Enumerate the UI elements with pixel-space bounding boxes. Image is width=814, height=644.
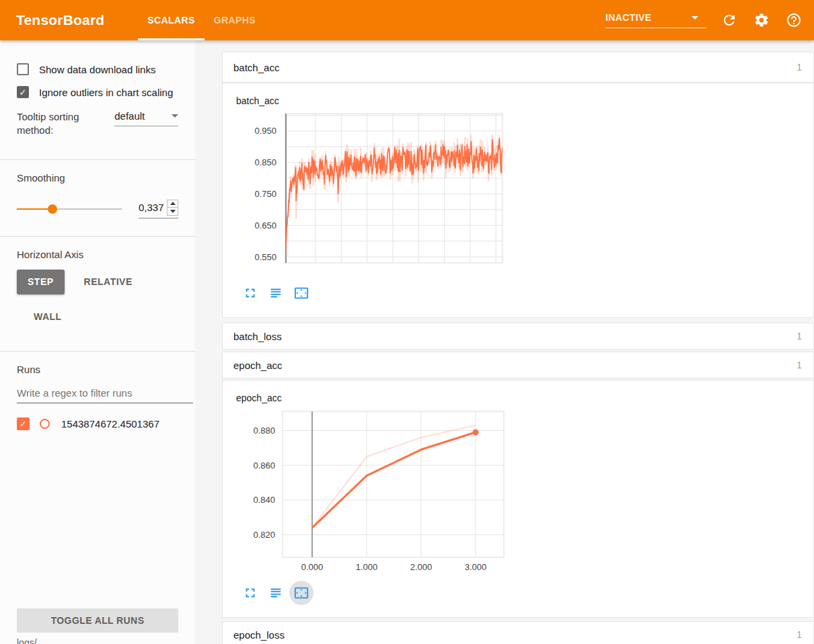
axis-relative-button[interactable]: RELATIVE [73,270,143,294]
svg-text:0.750: 0.750 [254,189,276,199]
svg-text:0.950: 0.950 [254,126,276,136]
smoothing-section: Smoothing [0,160,195,237]
chart-title-batch-acc: batch_acc [236,95,800,106]
toggle-all-runs-button[interactable]: TOGGLE ALL RUNS [17,608,178,633]
runs-group-label: logs/ [17,637,37,644]
ignore-outliers-checkbox[interactable] [17,86,29,98]
section-title: epoch_acc [233,360,283,371]
section-title: epoch_loss [233,629,285,641]
epoch-acc-chart[interactable]: 0.8200.8400.8600.8800.0001.0002.0003.000 [236,407,525,577]
toggle-runs-list-icon[interactable] [268,286,283,300]
horizontal-axis-label: Horizontal Axis [17,249,178,260]
smoothing-label: Smoothing [17,172,178,184]
tooltip-sorting-value: default [114,110,145,122]
tab-bar: SCALARS GRAPHS [138,0,265,40]
general-settings-section: Show data download links Ignore outliers… [0,40,195,160]
chart-title-epoch-acc: epoch_acc [236,393,800,403]
smoothing-value-input[interactable] [139,202,167,213]
svg-text:0.850: 0.850 [254,157,276,167]
tab-graphs-label: GRAPHS [214,15,256,26]
ignore-outliers-label: Ignore outliers in chart scaling [39,87,173,98]
section-bar-batch-acc[interactable]: batch_acc 1 [222,52,814,83]
fit-domain-icon[interactable] [294,286,309,300]
epoch-acc-card: epoch_acc 0.8200.8400.8600.8800.0001.000… [222,380,814,618]
fit-domain-icon-active-bg [289,581,313,605]
svg-text:0.820: 0.820 [253,530,275,540]
tab-scalars-label: SCALARS [147,15,194,26]
tab-graphs[interactable]: GRAPHS [205,0,265,40]
runs-filter-input[interactable] [17,385,193,403]
svg-text:3.000: 3.000 [465,562,487,572]
smoothing-slider-thumb[interactable] [48,204,57,214]
fullscreen-icon[interactable] [243,286,258,300]
section-bar-epoch-loss[interactable]: epoch_loss 1 [222,621,814,644]
stepper-up-icon[interactable] [168,200,178,208]
run-checkbox[interactable] [17,417,30,430]
sidebar: Show data download links Ignore outliers… [0,40,195,644]
section-count-badge: 1 [797,629,802,640]
ignore-outliers-row[interactable]: Ignore outliers in chart scaling [17,86,178,98]
chevron-down-icon [692,16,698,19]
toggle-runs-list-icon[interactable] [268,586,283,600]
tooltip-sorting-label: Tooltip sorting method: [17,110,89,138]
axis-step-button[interactable]: STEP [17,270,65,294]
runs-section: Runs 1543874672.4501367 [0,352,195,430]
batch-acc-chart[interactable]: 0.5500.6500.7500.8500.950 [236,110,525,272]
axis-wall-button[interactable]: WALL [34,305,62,329]
smoothing-slider[interactable] [17,204,122,214]
smoothing-value-box [139,200,178,218]
settings-icon[interactable] [753,12,770,28]
status-dropdown-value: INACTIVE [605,12,652,23]
section-count-badge: 1 [797,62,802,73]
chart-actions [236,281,800,305]
svg-text:1.000: 1.000 [356,562,378,572]
svg-text:0.880: 0.880 [253,426,275,436]
show-download-links-label: Show data download links [39,64,155,75]
refresh-icon[interactable] [721,12,737,28]
run-row[interactable]: 1543874672.4501367 [17,417,178,430]
show-download-links-checkbox[interactable] [17,63,29,75]
stepper-down-icon[interactable] [168,208,178,215]
app-header: TensorBoard SCALARS GRAPHS INACTIVE [0,0,814,40]
help-icon[interactable] [786,12,802,28]
fullscreen-icon[interactable] [243,586,258,600]
section-bar-epoch-acc[interactable]: epoch_acc 1 [222,352,814,378]
svg-text:0.860: 0.860 [253,460,275,471]
section-title: batch_acc [233,62,279,73]
section-bar-batch-loss[interactable]: batch_loss 1 [222,323,814,350]
batch-acc-card: batch_acc 0.5500.6500.7500.8500.950 [222,83,814,318]
tooltip-sorting-dropdown[interactable]: default [114,110,178,126]
tab-scalars[interactable]: SCALARS [138,0,204,40]
section-count-badge: 1 [797,360,802,370]
main-content: batch_acc 1 batch_acc 0.5500.6500.7500.8… [195,40,814,644]
run-color-circle-icon[interactable] [40,419,50,429]
runs-label: Runs [17,364,178,375]
section-title: batch_loss [233,331,282,342]
svg-text:0.000: 0.000 [301,562,324,572]
svg-text:0.650: 0.650 [254,220,276,231]
svg-text:0.840: 0.840 [253,495,275,505]
smoothing-stepper[interactable] [167,200,178,216]
smoothing-slider-fill [17,208,52,210]
chart-actions [236,581,800,605]
run-label: 1543874672.4501367 [61,418,159,430]
status-dropdown[interactable]: INACTIVE [605,12,706,28]
app-title: TensorBoard [16,12,104,28]
horizontal-axis-section: Horizontal Axis STEP RELATIVE WALL [0,237,195,352]
svg-text:2.000: 2.000 [410,562,433,572]
fit-domain-icon[interactable] [294,586,309,600]
svg-text:0.550: 0.550 [254,252,276,262]
section-count-badge: 1 [797,331,802,341]
chevron-down-icon [172,114,178,118]
show-download-links-row[interactable]: Show data download links [17,63,178,75]
header-actions: INACTIVE [605,12,814,28]
